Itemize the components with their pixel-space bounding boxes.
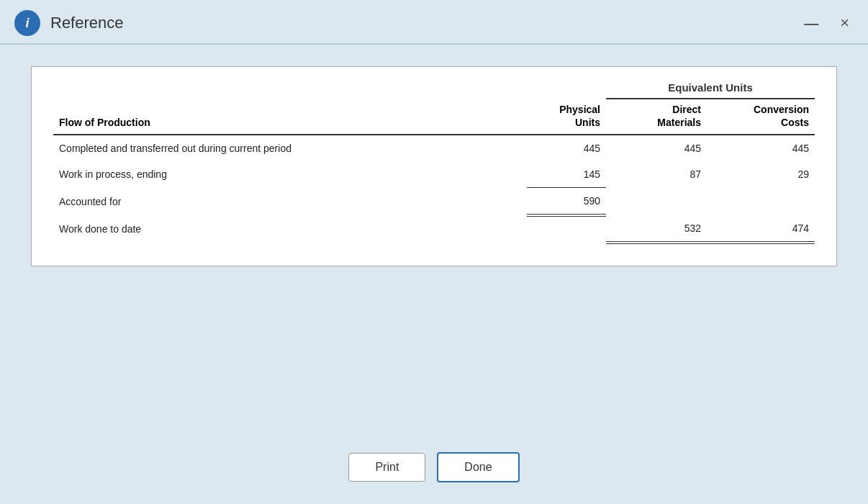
content-area: Equivalent Units Physical Direct Convers… <box>0 45 868 504</box>
production-table: Equivalent Units Physical Direct Convers… <box>53 81 815 244</box>
physical-units-cell: 145 <box>527 161 606 188</box>
row-label: Work done to date <box>53 215 527 243</box>
direct-materials-header-line1: Direct <box>606 99 707 117</box>
table-row: Completed and transferred out during cur… <box>53 135 815 161</box>
title-left: i Reference <box>14 10 124 36</box>
physical-units-cell: 445 <box>527 135 606 161</box>
conversion-costs-header-line2: Costs <box>707 117 815 135</box>
physical-units-cell <box>527 215 606 243</box>
table-row: Work in process, ending1458729 <box>53 161 815 188</box>
col-headers-row1: Physical Direct Conversion <box>53 99 815 117</box>
conversion-costs-cell: 29 <box>707 161 815 188</box>
direct-materials-header-line2: Materials <box>606 117 707 135</box>
physical-units-header-line2: Units <box>527 117 606 135</box>
table-container: Equivalent Units Physical Direct Convers… <box>31 66 837 266</box>
direct-materials-cell: 532 <box>606 215 707 243</box>
print-button[interactable]: Print <box>348 453 425 482</box>
conversion-costs-cell: 445 <box>707 135 815 161</box>
conversion-costs-header-line1: Conversion <box>707 99 815 117</box>
buttons-area: Print Done <box>348 452 519 482</box>
physical-units-cell: 590 <box>527 188 606 216</box>
table-row: Work done to date532474 <box>53 215 815 243</box>
row-label: Work in process, ending <box>53 161 527 188</box>
minimize-button[interactable]: — <box>800 14 823 32</box>
conversion-costs-cell <box>707 188 815 216</box>
row-label: Accounted for <box>53 188 527 216</box>
close-button[interactable]: × <box>836 14 854 32</box>
page-title: Reference <box>50 14 124 32</box>
direct-materials-cell: 445 <box>606 135 707 161</box>
flow-of-production-header: Flow of Production <box>53 117 527 135</box>
equiv-units-header: Equivalent Units <box>606 81 815 99</box>
title-bar: i Reference — × <box>0 0 868 45</box>
col-headers-row2: Flow of Production Units Materials Costs <box>53 117 815 135</box>
direct-materials-cell: 87 <box>606 161 707 188</box>
info-icon: i <box>14 10 40 36</box>
title-controls: — × <box>800 14 854 32</box>
conversion-costs-cell: 474 <box>707 215 815 243</box>
done-button[interactable]: Done <box>437 452 519 482</box>
physical-units-header-line1: Physical <box>527 99 606 117</box>
table-row: Accounted for590 <box>53 188 815 216</box>
equiv-units-row: Equivalent Units <box>53 81 815 99</box>
direct-materials-cell <box>606 188 707 216</box>
row-label: Completed and transferred out during cur… <box>53 135 527 161</box>
